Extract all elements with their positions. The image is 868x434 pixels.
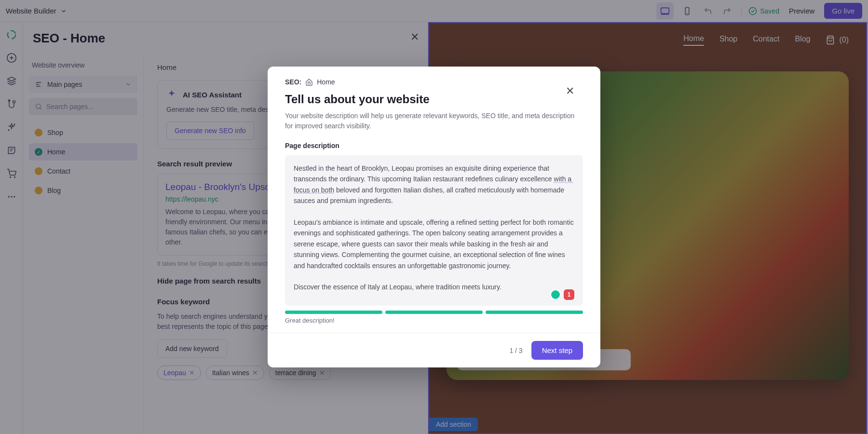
error-count-badge: 1 [564,289,574,300]
meter-segment [385,311,483,314]
home-icon [305,78,313,86]
modal-overlay[interactable]: ✕ SEO: Home Tell us about your website Y… [0,0,868,434]
meter-label: Great description! [285,317,583,324]
modal-title: Tell us about your website [285,93,583,106]
crumb-page: Home [317,78,335,86]
next-step-button[interactable]: Next step [531,341,583,360]
close-modal-button[interactable]: ✕ [566,85,574,97]
description-quality-meter [285,311,583,314]
modal-breadcrumb: SEO: Home [285,78,583,86]
description-text: Nestled in the heart of Brooklyn, Leopau… [294,163,574,298]
page-description-label: Page description [285,142,583,149]
page-description-textarea[interactable]: Nestled in the heart of Brooklyn, Leopau… [285,155,583,306]
grammar-indicator[interactable]: 1 [550,289,574,300]
meter-segment [285,311,382,314]
crumb-label: SEO: [285,78,301,86]
seo-wizard-modal: ✕ SEO: Home Tell us about your website Y… [268,67,600,367]
step-indicator: 1 / 3 [509,347,522,354]
grammarly-icon [550,289,561,300]
modal-subtitle: Your website description will help us ge… [285,111,583,131]
meter-segment [486,311,583,314]
modal-footer: 1 / 3 Next step [268,333,600,367]
